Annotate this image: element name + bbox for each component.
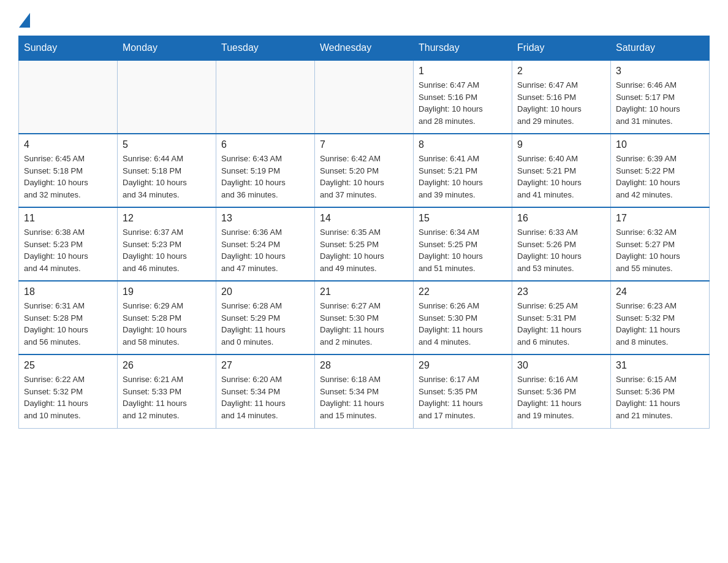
day-info: Sunrise: 6:33 AM Sunset: 5:26 PM Dayligh… (517, 226, 605, 274)
day-number: 24 (616, 286, 704, 297)
column-header-monday: Monday (118, 36, 216, 61)
day-number: 18 (24, 286, 112, 297)
calendar-cell: 4Sunrise: 6:45 AM Sunset: 5:18 PM Daylig… (19, 134, 118, 207)
calendar-cell: 15Sunrise: 6:34 AM Sunset: 5:25 PM Dayli… (414, 207, 512, 281)
day-info: Sunrise: 6:27 AM Sunset: 5:30 PM Dayligh… (320, 300, 408, 348)
day-info: Sunrise: 6:25 AM Sunset: 5:31 PM Dayligh… (517, 300, 605, 348)
day-info: Sunrise: 6:32 AM Sunset: 5:27 PM Dayligh… (616, 226, 704, 274)
day-info: Sunrise: 6:15 AM Sunset: 5:36 PM Dayligh… (616, 373, 704, 421)
column-header-saturday: Saturday (611, 36, 710, 61)
page-header (18, 12, 710, 25)
logo (18, 12, 31, 25)
day-number: 8 (419, 139, 507, 150)
calendar-cell: 29Sunrise: 6:17 AM Sunset: 5:35 PM Dayli… (414, 354, 512, 428)
day-info: Sunrise: 6:41 AM Sunset: 5:21 PM Dayligh… (419, 153, 507, 201)
day-number: 21 (320, 286, 408, 297)
calendar-cell: 2Sunrise: 6:47 AM Sunset: 5:16 PM Daylig… (512, 60, 611, 134)
day-number: 15 (419, 213, 507, 224)
day-number: 11 (24, 213, 112, 224)
week-row-5: 25Sunrise: 6:22 AM Sunset: 5:32 PM Dayli… (19, 354, 710, 428)
day-info: Sunrise: 6:35 AM Sunset: 5:25 PM Dayligh… (320, 226, 408, 274)
calendar-cell: 6Sunrise: 6:43 AM Sunset: 5:19 PM Daylig… (216, 134, 315, 207)
calendar-cell: 20Sunrise: 6:28 AM Sunset: 5:29 PM Dayli… (216, 281, 315, 354)
day-number: 1 (419, 66, 507, 77)
calendar-cell (315, 60, 414, 134)
day-number: 19 (123, 286, 211, 297)
day-number: 17 (616, 213, 704, 224)
calendar-cell: 14Sunrise: 6:35 AM Sunset: 5:25 PM Dayli… (315, 207, 414, 281)
calendar-cell: 8Sunrise: 6:41 AM Sunset: 5:21 PM Daylig… (414, 134, 512, 207)
week-row-3: 11Sunrise: 6:38 AM Sunset: 5:23 PM Dayli… (19, 207, 710, 281)
day-number: 27 (221, 360, 309, 371)
day-info: Sunrise: 6:34 AM Sunset: 5:25 PM Dayligh… (419, 226, 507, 274)
day-number: 3 (616, 66, 704, 77)
day-info: Sunrise: 6:40 AM Sunset: 5:21 PM Dayligh… (517, 153, 605, 201)
week-row-2: 4Sunrise: 6:45 AM Sunset: 5:18 PM Daylig… (19, 134, 710, 207)
day-info: Sunrise: 6:47 AM Sunset: 5:16 PM Dayligh… (517, 79, 605, 127)
day-info: Sunrise: 6:38 AM Sunset: 5:23 PM Dayligh… (24, 226, 112, 274)
calendar-cell (19, 60, 118, 134)
day-number: 9 (517, 139, 605, 150)
day-info: Sunrise: 6:26 AM Sunset: 5:30 PM Dayligh… (419, 300, 507, 348)
day-number: 26 (123, 360, 211, 371)
calendar-cell: 7Sunrise: 6:42 AM Sunset: 5:20 PM Daylig… (315, 134, 414, 207)
day-info: Sunrise: 6:22 AM Sunset: 5:32 PM Dayligh… (24, 373, 112, 421)
day-number: 22 (419, 286, 507, 297)
day-info: Sunrise: 6:31 AM Sunset: 5:28 PM Dayligh… (24, 300, 112, 348)
day-number: 13 (221, 213, 309, 224)
calendar-cell: 1Sunrise: 6:47 AM Sunset: 5:16 PM Daylig… (414, 60, 512, 134)
week-row-4: 18Sunrise: 6:31 AM Sunset: 5:28 PM Dayli… (19, 281, 710, 354)
calendar-cell: 23Sunrise: 6:25 AM Sunset: 5:31 PM Dayli… (512, 281, 611, 354)
day-info: Sunrise: 6:23 AM Sunset: 5:32 PM Dayligh… (616, 300, 704, 348)
day-number: 28 (320, 360, 408, 371)
day-number: 7 (320, 139, 408, 150)
day-number: 10 (616, 139, 704, 150)
day-number: 12 (123, 213, 211, 224)
calendar-cell: 19Sunrise: 6:29 AM Sunset: 5:28 PM Dayli… (118, 281, 216, 354)
calendar-header-row: SundayMondayTuesdayWednesdayThursdayFrid… (19, 36, 710, 61)
day-info: Sunrise: 6:46 AM Sunset: 5:17 PM Dayligh… (616, 79, 704, 127)
calendar-cell: 3Sunrise: 6:46 AM Sunset: 5:17 PM Daylig… (611, 60, 710, 134)
day-number: 23 (517, 286, 605, 297)
day-info: Sunrise: 6:42 AM Sunset: 5:20 PM Dayligh… (320, 153, 408, 201)
column-header-wednesday: Wednesday (315, 36, 414, 61)
day-info: Sunrise: 6:21 AM Sunset: 5:33 PM Dayligh… (123, 373, 211, 421)
day-info: Sunrise: 6:18 AM Sunset: 5:34 PM Dayligh… (320, 373, 408, 421)
day-number: 2 (517, 66, 605, 77)
day-number: 20 (221, 286, 309, 297)
calendar-cell (216, 60, 315, 134)
calendar-cell: 28Sunrise: 6:18 AM Sunset: 5:34 PM Dayli… (315, 354, 414, 428)
calendar-cell: 10Sunrise: 6:39 AM Sunset: 5:22 PM Dayli… (611, 134, 710, 207)
calendar-cell: 25Sunrise: 6:22 AM Sunset: 5:32 PM Dayli… (19, 354, 118, 428)
calendar-cell: 12Sunrise: 6:37 AM Sunset: 5:23 PM Dayli… (118, 207, 216, 281)
column-header-sunday: Sunday (19, 36, 118, 61)
column-header-thursday: Thursday (414, 36, 512, 61)
calendar-cell: 17Sunrise: 6:32 AM Sunset: 5:27 PM Dayli… (611, 207, 710, 281)
calendar-cell: 16Sunrise: 6:33 AM Sunset: 5:26 PM Dayli… (512, 207, 611, 281)
calendar-cell (118, 60, 216, 134)
calendar-cell: 21Sunrise: 6:27 AM Sunset: 5:30 PM Dayli… (315, 281, 414, 354)
day-number: 14 (320, 213, 408, 224)
day-number: 31 (616, 360, 704, 371)
calendar-cell: 22Sunrise: 6:26 AM Sunset: 5:30 PM Dayli… (414, 281, 512, 354)
day-number: 30 (517, 360, 605, 371)
day-number: 29 (419, 360, 507, 371)
logo-triangle-icon (19, 13, 30, 28)
calendar-cell: 27Sunrise: 6:20 AM Sunset: 5:34 PM Dayli… (216, 354, 315, 428)
calendar-table: SundayMondayTuesdayWednesdayThursdayFrid… (18, 36, 710, 429)
day-info: Sunrise: 6:39 AM Sunset: 5:22 PM Dayligh… (616, 153, 704, 201)
calendar-cell: 11Sunrise: 6:38 AM Sunset: 5:23 PM Dayli… (19, 207, 118, 281)
day-info: Sunrise: 6:37 AM Sunset: 5:23 PM Dayligh… (123, 226, 211, 274)
day-info: Sunrise: 6:16 AM Sunset: 5:36 PM Dayligh… (517, 373, 605, 421)
column-header-tuesday: Tuesday (216, 36, 315, 61)
day-number: 16 (517, 213, 605, 224)
calendar-cell: 26Sunrise: 6:21 AM Sunset: 5:33 PM Dayli… (118, 354, 216, 428)
day-info: Sunrise: 6:36 AM Sunset: 5:24 PM Dayligh… (221, 226, 309, 274)
day-info: Sunrise: 6:45 AM Sunset: 5:18 PM Dayligh… (24, 153, 112, 201)
day-info: Sunrise: 6:20 AM Sunset: 5:34 PM Dayligh… (221, 373, 309, 421)
calendar-cell: 5Sunrise: 6:44 AM Sunset: 5:18 PM Daylig… (118, 134, 216, 207)
day-info: Sunrise: 6:28 AM Sunset: 5:29 PM Dayligh… (221, 300, 309, 348)
column-header-friday: Friday (512, 36, 611, 61)
calendar-cell: 24Sunrise: 6:23 AM Sunset: 5:32 PM Dayli… (611, 281, 710, 354)
calendar-cell: 13Sunrise: 6:36 AM Sunset: 5:24 PM Dayli… (216, 207, 315, 281)
